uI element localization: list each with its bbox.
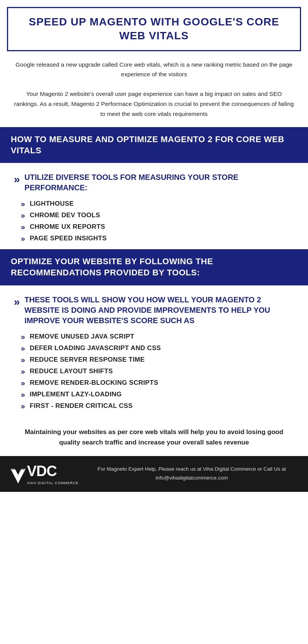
rec-label-6: IMPLEMENT LAZY-LOADING xyxy=(30,391,122,398)
intro-section: Google released a new upgrade called Cor… xyxy=(0,51,308,127)
tool-item-4: » PAGE SPEED INSIGHTS xyxy=(21,235,294,242)
section2-banner: OPTIMIZE YOUR WEBSITE BY FOLLOWING THE R… xyxy=(0,249,308,285)
intro-para2: Your Magento 2 website's overall user pa… xyxy=(14,89,294,119)
rec-label-1: REMOVE UNUSED JAVA SCRIPT xyxy=(30,333,134,340)
rec-label-7: FIRST - RENDER CRITICAL CSS xyxy=(30,402,133,410)
rec-item-6: » IMPLEMENT LAZY-LOADING xyxy=(21,391,294,398)
rec-item-3: » REDUCE SERVER RESPONSE TIME xyxy=(21,356,294,364)
main-bullet-recommendations: » THESE TOOLS WILL SHOW YOU HOW WELL YOU… xyxy=(14,295,294,326)
section2-content: » THESE TOOLS WILL SHOW YOU HOW WELL YOU… xyxy=(0,285,308,420)
sub-chevron-icon-1: » xyxy=(21,200,25,208)
tools-list: » LIGHTHOUSE » CHROME DEV TOOLS » CHROME… xyxy=(21,200,294,242)
rec-chevron-3: » xyxy=(21,356,25,364)
rec-item-2: » DEFER LOADING JAVASCRIPT AND CSS xyxy=(21,344,294,352)
closing-text: Maintaining your websites as per core we… xyxy=(18,427,290,448)
rec-chevron-5: » xyxy=(21,379,25,387)
tool-item-2: » CHROME DEV TOOLS xyxy=(21,211,294,219)
rec-item-4: » REDUCE LAYOUT SHIFTS xyxy=(21,367,294,375)
rec-chevron-6: » xyxy=(21,391,25,398)
rec-chevron-4: » xyxy=(21,367,25,375)
rec-label-5: REMOVE RENDER-BLOCKING SCRIPTS xyxy=(30,379,158,387)
rec-chevron-7: » xyxy=(21,402,25,410)
intro-para1: Google released a new upgrade called Cor… xyxy=(14,60,294,79)
footer-contact: For Magneto Expert Help, Please reach us… xyxy=(86,465,297,483)
rec-item-5: » REMOVE RENDER-BLOCKING SCRIPTS xyxy=(21,379,294,387)
vdc-text-logo: VDC Viha Digital Commerce xyxy=(27,463,79,485)
section1-content: » UTILIZE DIVERSE TOOLS FOR MEASURING YO… xyxy=(0,163,308,249)
logo-tagline: Viha Digital Commerce xyxy=(27,481,79,485)
tool-item-1: » LIGHTHOUSE xyxy=(21,200,294,208)
sub-chevron-icon-4: » xyxy=(21,235,25,242)
sub-chevron-icon-3: » xyxy=(21,223,25,231)
main-chevron-icon-2: » xyxy=(14,295,20,309)
main-title: SPEED UP MAGENTO WITH GOOGLE'S CORE WEB … xyxy=(17,15,291,43)
header-box: SPEED UP MAGENTO WITH GOOGLE'S CORE WEB … xyxy=(7,7,301,51)
rec-label-2: DEFER LOADING JAVASCRIPT AND CSS xyxy=(30,344,161,352)
section1-banner-text: HOW TO MEASURE AND OPTIMIZE MAGENTO 2 FO… xyxy=(11,134,297,156)
main-bullet-tools-text: UTILIZE DIVERSE TOOLS FOR MEASURING YOUR… xyxy=(25,172,294,193)
rec-chevron-1: » xyxy=(21,333,25,340)
logo-container: VDC Viha Digital Commerce xyxy=(11,463,79,485)
main-bullet-recommendations-text: THESE TOOLS WILL SHOW YOU HOW WELL YOUR … xyxy=(25,295,294,326)
tool-label-4: PAGE SPEED INSIGHTS xyxy=(30,235,107,242)
rec-item-1: » REMOVE UNUSED JAVA SCRIPT xyxy=(21,333,294,340)
tool-label-3: CHROME UX REPORTS xyxy=(30,223,105,231)
footer-logo: VDC Viha Digital Commerce xyxy=(11,463,79,485)
footer: VDC Viha Digital Commerce For Magneto Ex… xyxy=(0,456,308,492)
tool-label-2: CHROME DEV TOOLS xyxy=(30,211,100,219)
closing-section: Maintaining your websites as per core we… xyxy=(0,420,308,456)
tool-label-1: LIGHTHOUSE xyxy=(30,200,74,208)
main-bullet-tools: » UTILIZE DIVERSE TOOLS FOR MEASURING YO… xyxy=(14,172,294,193)
sub-chevron-icon-2: » xyxy=(21,211,25,219)
rec-label-4: REDUCE LAYOUT SHIFTS xyxy=(30,367,113,375)
section2-banner-text: OPTIMIZE YOUR WEBSITE BY FOLLOWING THE R… xyxy=(11,256,297,278)
tool-item-3: » CHROME UX REPORTS xyxy=(21,223,294,231)
main-chevron-icon: » xyxy=(14,173,20,186)
rec-item-7: » FIRST - RENDER CRITICAL CSS xyxy=(21,402,294,410)
section1-banner: HOW TO MEASURE AND OPTIMIZE MAGENTO 2 FO… xyxy=(0,127,308,163)
rec-chevron-2: » xyxy=(21,344,25,352)
rec-label-3: REDUCE SERVER RESPONSE TIME xyxy=(30,356,145,364)
recommendations-list: » REMOVE UNUSED JAVA SCRIPT » DEFER LOAD… xyxy=(21,333,294,410)
v-logo-icon xyxy=(11,469,25,485)
